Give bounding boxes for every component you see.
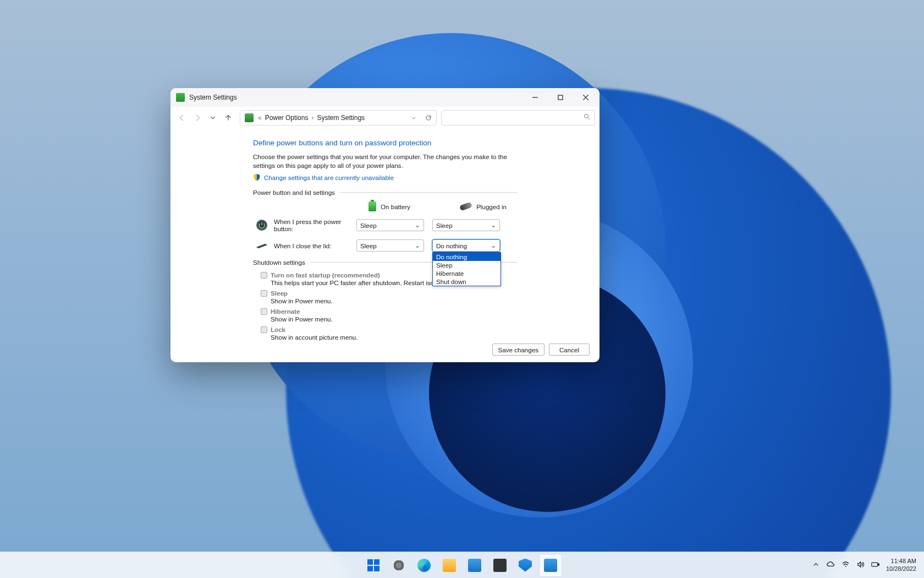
control-panel-icon (245, 113, 254, 122)
shutdown-item-lock: Lock Show in account picture menu. (261, 326, 508, 341)
dropdown-option-sleep[interactable]: Sleep (433, 261, 501, 269)
window-icon (176, 93, 185, 102)
lid-icon (255, 239, 268, 252)
row-power-button: When I press the power button: Sleep⌄ Sl… (253, 218, 600, 232)
terminal-icon (493, 559, 507, 572)
power-button-icon (255, 219, 268, 232)
taskbar-clock[interactable]: 11:48 AM 10/28/2022 (886, 558, 916, 572)
footer-buttons: Save changes Cancel (492, 343, 590, 356)
dropdown-option-shut-down[interactable]: Shut down (433, 277, 501, 286)
row-lid: When I close the lid: Sleep⌄ Do nothing⌄… (253, 239, 600, 252)
change-unavailable-link[interactable]: Change settings that are currently unava… (264, 174, 394, 181)
section-power-button: Power button and lid settings (253, 189, 517, 196)
dropdown-power-plugged[interactable]: Sleep⌄ (432, 219, 500, 231)
page-heading: Define power buttons and turn on passwor… (253, 139, 600, 147)
dropdown-lid-plugged[interactable]: Do nothing⌄ Do nothing Sleep Hibernate S… (432, 239, 500, 252)
store-icon (468, 559, 481, 572)
gear-icon (392, 559, 405, 572)
taskbar: 11:48 AM 10/28/2022 (0, 552, 924, 578)
checkbox[interactable] (261, 326, 267, 333)
system-settings-window: System Settings « Power Options › System… (170, 88, 600, 362)
taskbar-settings[interactable] (388, 554, 410, 576)
battery-icon (369, 201, 376, 211)
chevron-down-icon: ⌄ (415, 221, 420, 229)
maximize-button[interactable] (548, 89, 573, 106)
control-panel-icon (544, 559, 557, 572)
shield-icon (519, 559, 532, 572)
start-button[interactable] (362, 554, 384, 576)
wifi-icon[interactable] (842, 560, 850, 570)
checkbox[interactable] (261, 308, 267, 315)
minimize-button[interactable] (522, 89, 548, 106)
taskbar-terminal[interactable] (489, 554, 511, 576)
taskbar-edge[interactable] (413, 554, 435, 576)
svg-point-1 (585, 114, 588, 118)
breadcrumb-power-options[interactable]: Power Options (265, 114, 309, 122)
shield-icon (253, 173, 261, 181)
breadcrumb-system-settings[interactable]: System Settings (317, 114, 365, 122)
window-title: System Settings (189, 94, 522, 101)
search-icon (584, 113, 590, 122)
taskbar-security[interactable] (514, 554, 536, 576)
shutdown-item-hibernate: Hibernate Show in Power menu. (261, 308, 508, 323)
volume-icon[interactable] (856, 560, 865, 570)
titlebar: System Settings (170, 88, 600, 107)
taskbar-explorer[interactable] (438, 554, 460, 576)
windows-logo-icon (367, 559, 380, 571)
edge-icon (417, 559, 431, 572)
chevron-down-icon: ⌄ (491, 242, 496, 249)
shutdown-item-sleep: Sleep Show in Power menu. (261, 290, 508, 304)
column-plugged-in: Plugged in (460, 203, 507, 210)
forward-button[interactable] (190, 111, 205, 125)
save-button[interactable]: Save changes (492, 343, 544, 356)
tray-overflow-icon[interactable] (812, 560, 820, 570)
up-button[interactable] (221, 111, 235, 125)
address-bar[interactable]: « Power Options › System Settings (240, 110, 437, 126)
close-button[interactable] (573, 89, 598, 106)
taskbar-center (362, 554, 562, 576)
checkbox[interactable] (261, 272, 267, 279)
chevron-down-icon: ⌄ (491, 221, 496, 229)
column-on-battery: On battery (369, 201, 410, 211)
folder-icon (443, 559, 456, 572)
system-tray: 11:48 AM 10/28/2022 (812, 558, 924, 572)
cancel-button[interactable]: Cancel (549, 343, 590, 356)
taskbar-control-panel[interactable] (540, 554, 562, 576)
back-button[interactable] (175, 111, 189, 125)
svg-rect-5 (878, 564, 879, 565)
checkbox[interactable] (261, 290, 267, 297)
page-description: Choose the power settings that you want … (253, 152, 512, 170)
nav-toolbar: « Power Options › System Settings (170, 107, 600, 129)
dropdown-option-do-nothing[interactable]: Do nothing (433, 253, 501, 261)
refresh-icon[interactable] (425, 114, 432, 121)
search-box[interactable] (441, 110, 595, 126)
svg-rect-4 (872, 563, 878, 566)
address-dropdown-icon[interactable] (411, 115, 416, 121)
chevron-down-icon: ⌄ (415, 242, 420, 249)
dropdown-lid-battery[interactable]: Sleep⌄ (356, 239, 424, 252)
svg-rect-0 (558, 95, 563, 100)
plug-icon (459, 202, 472, 211)
battery-icon[interactable] (871, 560, 879, 570)
taskbar-store[interactable] (464, 554, 486, 576)
dropdown-option-hibernate[interactable]: Hibernate (433, 269, 501, 277)
content-area: Define power buttons and turn on passwor… (170, 129, 600, 362)
dropdown-power-battery[interactable]: Sleep⌄ (356, 219, 424, 231)
recent-button[interactable] (206, 111, 220, 125)
dropdown-list: Do nothing Sleep Hibernate Shut down (432, 252, 501, 286)
onedrive-icon[interactable] (827, 560, 835, 570)
